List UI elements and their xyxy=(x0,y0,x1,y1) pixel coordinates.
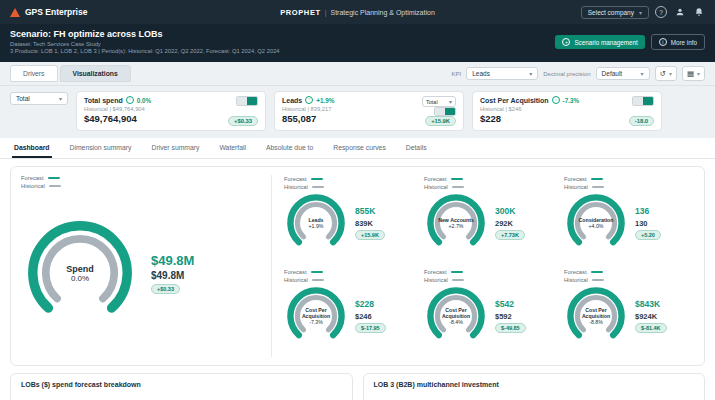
undo-history-button[interactable]: ↺ ▾ xyxy=(655,66,677,81)
tab-dimension-summary[interactable]: Dimension summary xyxy=(68,138,134,158)
delta-badge: +5.20 xyxy=(635,230,661,240)
scenario-details: 3 Products: LOB 1, LOB 2, LOB 3 | Period… xyxy=(10,48,280,54)
delta-badge: $-49.85 xyxy=(495,323,526,333)
bottom-panels-row: LOBs ($) spend forecast breakdown LOB 3 … xyxy=(10,373,705,400)
forecast-value: $228 xyxy=(355,299,374,309)
kpi-card-value: $49,764,904 xyxy=(84,113,151,124)
legend-historical-line xyxy=(312,279,324,281)
gauge-legend: Forecast Historical xyxy=(424,269,552,283)
legend-historical-line xyxy=(452,279,464,281)
help-icon[interactable]: ? xyxy=(655,6,667,18)
select-company-button[interactable]: Select company ▾ xyxy=(581,6,649,19)
total-filter-select[interactable]: Total ▾ xyxy=(10,92,68,105)
gauge-card-new-accounts: Forecast Historical New Accounts +2.7% xyxy=(422,175,554,264)
gauge-legend: Forecast Historical xyxy=(424,176,552,190)
precision-label: Decimal precision xyxy=(543,71,590,77)
product-subtitle: Strategic Planning & Optimization xyxy=(331,9,435,16)
legend-historical-label: Historical xyxy=(564,277,588,283)
gauge-center-label: Cost Per Acquisition xyxy=(295,307,337,319)
view-tabs: Dashboard Dimension summary Driver summa… xyxy=(0,138,715,159)
gauge-legend: Forecast Historical xyxy=(21,175,261,189)
kpi-cards-row: Total ▾ Total spend ↑ 0.0% Historical | … xyxy=(0,86,715,138)
forecast-toggle[interactable] xyxy=(236,96,258,106)
forecast-value: $49.8M xyxy=(151,253,194,268)
gauge-legend: Forecast Historical xyxy=(564,176,692,190)
kpi-card-value: $228 xyxy=(480,113,579,124)
more-info-button[interactable]: i More info xyxy=(651,34,705,50)
gauge-legend: Forecast Historical xyxy=(284,176,412,190)
decimal-precision-select[interactable]: Default ▾ xyxy=(596,67,650,80)
legend-forecast-line xyxy=(48,177,60,179)
gauge-chart: Cost Per Acquisition -7.3% xyxy=(284,284,348,348)
delta-badge: +$0.33 xyxy=(151,284,180,294)
scenario-info: Scenario: FH optimize across LOBs Datase… xyxy=(10,29,280,55)
kpi-card-title: Leads xyxy=(282,97,302,104)
scenario-management-button[interactable]: + Scenario management xyxy=(555,35,644,49)
legend-historical-line xyxy=(592,279,604,281)
kpi-card-side: +$0.33 xyxy=(228,96,258,126)
kpi-card-badge: +15.9K xyxy=(425,116,456,126)
gauge-values: $542 $592 $-49.85 xyxy=(495,299,526,333)
topbar-actions: Select company ▾ ? xyxy=(581,6,705,19)
chevron-down-icon: ▾ xyxy=(529,70,532,77)
export-button[interactable]: ▦ ▾ xyxy=(682,66,705,81)
gauge-center-delta: +4.0% xyxy=(589,223,604,229)
undo-icon: ↺ xyxy=(660,69,666,78)
gauge-card-cpa-1: Forecast Historical Cost Per Acquisition… xyxy=(282,268,414,357)
gps-logo-icon xyxy=(10,8,20,17)
kpi-card-side: -18.0 xyxy=(629,96,654,126)
trend-up-icon: ↑ xyxy=(305,96,313,104)
legend-historical-line xyxy=(592,186,604,188)
user-icon[interactable] xyxy=(673,6,686,19)
tab-details[interactable]: Details xyxy=(404,138,429,158)
vertical-divider xyxy=(271,175,272,357)
kpi-card-main: Cost Per Acquisition ↓ -7.3% Historical … xyxy=(480,96,579,126)
legend-forecast-line xyxy=(311,271,323,273)
legend-historical-line xyxy=(452,186,464,188)
gauge-values: $843K $924K $-81.4K xyxy=(635,299,667,333)
tab-dashboard[interactable]: Dashboard xyxy=(12,138,52,158)
scenario-actions: + Scenario management i More info xyxy=(555,34,705,50)
legend-forecast-line xyxy=(311,178,323,180)
legend-forecast-line xyxy=(591,271,603,273)
mode-tabs: Drivers Visualizations xyxy=(10,65,131,82)
chevron-down-icon: ▾ xyxy=(669,70,672,77)
tab-waterfall[interactable]: Waterfall xyxy=(217,138,248,158)
kpi-card-value: 855,087 xyxy=(282,113,334,124)
gauge-values: 300K 292K +7.73K xyxy=(495,206,525,240)
kpi-card-total-spend: Total spend ↑ 0.0% Historical | $49,764,… xyxy=(76,91,266,131)
legend-historical-label: Historical xyxy=(424,184,448,190)
kpi-card-badge: -18.0 xyxy=(629,116,654,126)
forecast-toggle[interactable] xyxy=(632,96,654,106)
historical-value: $246 xyxy=(355,312,372,321)
gauge-chart: New Accounts +2.7% xyxy=(424,191,488,255)
kpi-card-main: Total spend ↑ 0.0% Historical | $49,764,… xyxy=(84,96,151,126)
kpi-select[interactable]: Leads ▾ xyxy=(466,67,538,80)
export-icon: ▦ xyxy=(687,69,694,78)
gauge-card-consideration: Forecast Historical Consideration +4.0% xyxy=(562,175,694,264)
chevron-down-icon: ▾ xyxy=(59,95,62,102)
kpi-card-cost-per-acquisition: Cost Per Acquisition ↓ -7.3% Historical … xyxy=(472,91,662,131)
tab-response-curves[interactable]: Response curves xyxy=(331,138,388,158)
delta-badge: +15.9K xyxy=(355,230,385,240)
gauges-panel: Forecast Historical Spend 0.0% $49.8M xyxy=(10,166,705,366)
forecast-value: 855K xyxy=(355,206,375,216)
kpi-card-main: Leads ↑ +1.9% Historical | 839,217 855,0… xyxy=(282,96,334,126)
tab-absolute-due-to[interactable]: Absolute due to xyxy=(264,138,315,158)
tab-visualizations[interactable]: Visualizations xyxy=(60,65,131,82)
kpi-mini-total-select[interactable]: Total ▾ xyxy=(422,96,456,107)
spend-gauge-values: $49.8M $49.8M +$0.33 xyxy=(151,253,194,294)
notifications-bell-icon[interactable] xyxy=(692,6,705,19)
title-divider: | xyxy=(325,9,327,16)
tab-driver-summary[interactable]: Driver summary xyxy=(149,138,201,158)
kpi-card-delta: 0.0% xyxy=(137,97,151,104)
select-company-label: Select company xyxy=(588,9,634,16)
kpi-card-badge: +$0.33 xyxy=(228,116,258,126)
legend-historical-line xyxy=(49,185,61,187)
plus-circle-icon: + xyxy=(562,38,570,46)
historical-value: 130 xyxy=(635,219,648,228)
tab-drivers[interactable]: Drivers xyxy=(10,65,58,82)
gauge-chart: Cost Per Acquisition -8.4% xyxy=(424,284,488,348)
forecast-toggle[interactable] xyxy=(434,107,456,116)
bottom-left-panel: LOBs ($) spend forecast breakdown xyxy=(10,373,353,400)
